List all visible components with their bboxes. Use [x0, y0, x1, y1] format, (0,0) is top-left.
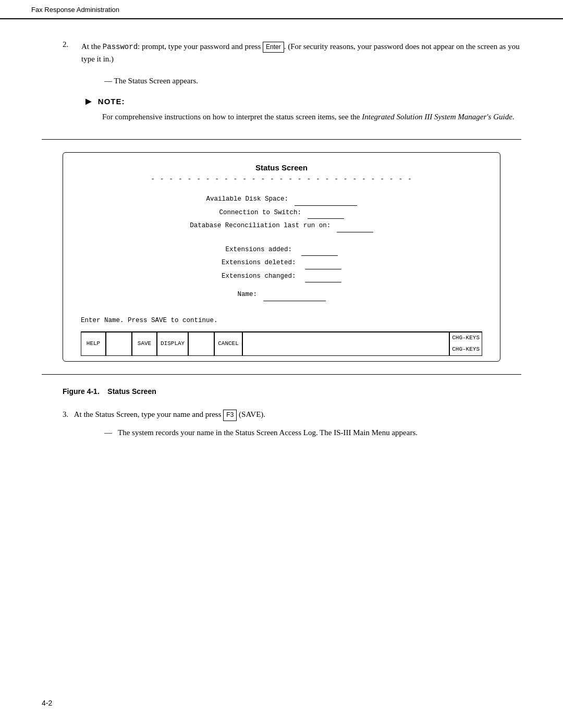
main-content: 2. At the Password: prompt, type your pa…	[0, 19, 563, 468]
fkey-chg-keys[interactable]: CHG-KEYS CHG-KEYS	[449, 332, 482, 356]
f3-key: F3	[223, 410, 237, 421]
note-icon: ►	[83, 95, 94, 107]
field-db-recon-underline	[337, 220, 373, 232]
sub-bullet-1-dash: —	[104, 77, 112, 85]
field-ext-changed-underline	[305, 270, 341, 283]
field-name-row: Name:	[81, 289, 482, 301]
status-screen-content: Available Disk Space: Connection to Swit…	[76, 193, 487, 356]
field-ext-deleted-label: Extensions deleted:	[222, 259, 296, 266]
figure-caption: Figure 4-1. Status Screen	[63, 387, 521, 396]
horizontal-rule-bottom	[42, 374, 521, 375]
fkey-empty-2	[188, 332, 214, 356]
header-bar: Fax Response Administration	[0, 0, 563, 19]
figure-caption-prefix: Figure 4-1.	[63, 387, 100, 396]
field-ext-deleted-underline	[305, 257, 341, 269]
fkey-empty-3	[242, 332, 449, 356]
field-ext-changed-label: Extensions changed:	[222, 273, 296, 280]
step2-text-before: At the	[81, 42, 103, 51]
figure-caption-label: Status Screen	[107, 387, 156, 396]
note-text-after: .	[512, 113, 515, 121]
sub-bullet-1-text: The Status Screen appears.	[114, 77, 198, 85]
field-connection-row: Connection to Switch:	[81, 207, 482, 219]
step-3-sub-dash: —	[104, 428, 112, 437]
fkey-display[interactable]: DISPLAY	[157, 332, 188, 356]
step-3-sub-text: The system records your name in the Stat…	[118, 428, 418, 437]
field-ext-changed-row: Extensions changed:	[81, 270, 482, 283]
note-header: ► NOTE:	[83, 95, 521, 107]
step-3-text-after: (SAVE).	[237, 410, 265, 418]
fkey-chg-keys-bottom: CHG-KEYS	[450, 344, 482, 355]
fkey-chg-keys-top: CHG-KEYS	[450, 332, 482, 344]
field-connection-label: Connection to Switch:	[219, 209, 301, 216]
note-label: NOTE:	[98, 97, 125, 106]
step2-prompt-code: Password	[103, 43, 138, 51]
page-number: 4-2	[42, 699, 52, 707]
step-3-text: 3. At the Status Screen, type your name …	[63, 408, 521, 421]
enter-key: Enter	[263, 42, 284, 53]
step2-text-middle: : prompt, type your password and press	[138, 42, 263, 51]
fkey-help-label: HELP	[87, 339, 100, 349]
enter-name-text: Enter Name. Press SAVE to continue.	[81, 317, 218, 324]
field-name-label: Name:	[237, 291, 257, 298]
field-connection-underline	[308, 207, 344, 219]
field-name-underline	[263, 289, 326, 301]
field-db-recon-row: Database Reconciliation last run on:	[81, 220, 482, 232]
step-3-number: 3.	[63, 410, 68, 418]
figure-screen-title: Status Screen	[76, 163, 487, 172]
horizontal-rule-top	[42, 139, 521, 140]
field-avail-disk-label: Available Disk Space:	[206, 195, 288, 203]
enter-name-prompt: Enter Name. Press SAVE to continue.	[81, 315, 482, 327]
note-italic-text: Integrated Solution III System Manager's…	[362, 113, 512, 121]
fkey-empty-1	[106, 332, 132, 356]
header-title: Fax Response Administration	[31, 6, 119, 14]
figure-dashes: - - - - - - - - - - - - - - - - - - - - …	[76, 175, 487, 183]
field-ext-deleted-row: Extensions deleted:	[81, 257, 482, 269]
field-avail-disk-underline	[295, 193, 357, 206]
sub-bullet-1: — The Status Screen appears.	[42, 75, 521, 87]
field-db-recon-label: Database Reconciliation last run on:	[190, 222, 331, 229]
fkey-display-label: DISPLAY	[161, 339, 185, 349]
step-2-paragraph: 2. At the Password: prompt, type your pa…	[42, 40, 521, 65]
note-section: ► NOTE: For comprehensive instructions o…	[42, 95, 521, 124]
fkey-save-label: SAVE	[138, 339, 151, 349]
step-3-container: 3. At the Status Screen, type your name …	[42, 408, 521, 439]
status-gap-2	[81, 283, 482, 289]
step-2-number: 2.	[63, 40, 78, 49]
step-3-sub: — The system records your name in the St…	[63, 426, 521, 439]
fkey-save[interactable]: SAVE	[132, 332, 157, 356]
fkey-cancel[interactable]: CANCEL	[214, 332, 242, 356]
step-3-text-before: At the Status Screen, type your name and…	[74, 410, 224, 418]
field-ext-added-label: Extensions added:	[225, 246, 292, 253]
fkey-help[interactable]: HELP	[81, 332, 106, 356]
figure-box: Status Screen - - - - - - - - - - - - - …	[63, 152, 500, 362]
fkey-bar: HELP SAVE DISPLAY CANCEL CHG-KEYS CHG-KE…	[81, 331, 482, 356]
note-text: For comprehensive instructions on how to…	[83, 110, 521, 124]
note-text-before: For comprehensive instructions on how to…	[102, 113, 362, 121]
field-avail-disk-row: Available Disk Space:	[81, 193, 482, 206]
status-gap-3	[81, 302, 482, 307]
status-gap-1	[81, 233, 482, 244]
field-ext-added-underline	[301, 244, 338, 256]
step-2-text: At the Password: prompt, type your passw…	[81, 40, 521, 65]
field-ext-added-row: Extensions added:	[81, 244, 482, 256]
fkey-cancel-label: CANCEL	[218, 339, 239, 349]
